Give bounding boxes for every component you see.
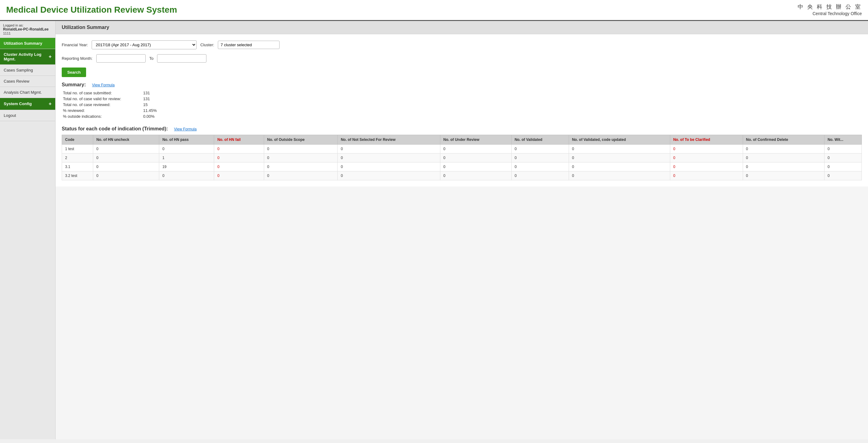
cell-not_selected: 0 xyxy=(338,153,440,162)
stat-row: % reviewed: 11.45% xyxy=(63,108,862,113)
sidebar-item-analysis-chart[interactable]: Analysis Chart Mgmt. xyxy=(0,87,55,98)
cell-validated_code_updated: 0 xyxy=(569,171,670,180)
cell-code: 1 test xyxy=(62,144,93,153)
app-title: Medical Device Utilization Review System xyxy=(6,5,177,15)
app-header: Medical Device Utilization Review System… xyxy=(0,0,868,21)
reporting-month-label: Reporting Month: xyxy=(62,56,93,61)
table-row: 201000000000 xyxy=(62,153,862,162)
stat-value: 11.45% xyxy=(143,108,157,113)
cell-withdrawn: 0 xyxy=(824,162,862,171)
stat-row: % outside indications: 0.00% xyxy=(63,114,862,119)
col-hn_fail: No. of HN fail xyxy=(214,135,264,144)
username: RonaldLee-PC-RonaldLee xyxy=(3,27,52,31)
cell-under_review: 0 xyxy=(440,153,511,162)
stat-label: Total no. of case reviewed: xyxy=(63,102,143,107)
sidebar-item-label: Cases Sampling xyxy=(4,68,33,72)
cell-outside_scope: 0 xyxy=(264,171,338,180)
cell-outside_scope: 0 xyxy=(264,144,338,153)
sidebar-item-label: Utilization Summary xyxy=(4,41,42,46)
col-not_selected: No. of Not Selected For Review xyxy=(338,135,440,144)
table-row: 3.1019000000000 xyxy=(62,162,862,171)
stat-label: % reviewed: xyxy=(63,108,143,113)
user-info: Logged in as: RonaldLee-PC-RonaldLee 111… xyxy=(0,21,55,38)
cell-under_review: 0 xyxy=(440,171,511,180)
cell-validated: 0 xyxy=(511,162,569,171)
sidebar-item-cases-sampling[interactable]: Cases Sampling xyxy=(0,65,55,76)
col-under_review: No. of Under Review xyxy=(440,135,511,144)
cell-hn_pass: 1 xyxy=(159,153,214,162)
financial-year-select[interactable]: 2017/18 (Apr 2017 - Aug 2017) xyxy=(92,40,196,49)
cell-hn_pass: 19 xyxy=(159,162,214,171)
user-id: 1111 xyxy=(3,31,52,35)
content-area: Financial Year: 2017/18 (Apr 2017 - Aug … xyxy=(56,34,868,186)
col-outside_scope: No. of Outside Scope xyxy=(264,135,338,144)
cell-validated_code_updated: 0 xyxy=(569,162,670,171)
cell-hn_uncheck: 0 xyxy=(93,153,159,162)
cell-hn_fail: 0 xyxy=(214,162,264,171)
indication-view-formula[interactable]: View Formula xyxy=(174,127,196,131)
cell-code: 3.2 test xyxy=(62,171,93,180)
sidebar-item-logout[interactable]: Logout xyxy=(0,110,55,121)
cell-code: 2 xyxy=(62,153,93,162)
sidebar-plus-icon: + xyxy=(49,54,52,60)
org-chinese: 中 央 科 技 辦 公 室 xyxy=(798,3,862,11)
cell-confirmed_delete: 0 xyxy=(743,144,824,153)
col-validated_code_updated: No. of Validated, code updated xyxy=(569,135,670,144)
logged-in-label: Logged in as: xyxy=(3,24,52,27)
cell-validated_code_updated: 0 xyxy=(569,144,670,153)
cell-withdrawn: 0 xyxy=(824,144,862,153)
indication-title: Status for each code of indication (Trim… xyxy=(62,126,168,132)
stat-row: Total no. of case submitted: 131 xyxy=(63,91,862,95)
reporting-month-to[interactable] xyxy=(157,54,207,63)
table-body: 1 test000000000002010000000003.101900000… xyxy=(62,144,862,180)
cell-under_review: 0 xyxy=(440,162,511,171)
cluster-label: Cluster: xyxy=(200,42,214,47)
summary-view-formula[interactable]: View Formula xyxy=(92,83,115,87)
sidebar-item-label: Cases Review xyxy=(4,79,29,83)
financial-year-label: Financial Year: xyxy=(62,42,88,47)
cell-to_be_clarified: 0 xyxy=(670,144,743,153)
summary-title: Summary: xyxy=(62,82,86,88)
sidebar-item-cases-review[interactable]: Cases Review xyxy=(0,76,55,87)
cell-hn_pass: 0 xyxy=(159,171,214,180)
table-header: CodeNo. of HN uncheckNo. of HN passNo. o… xyxy=(62,135,862,144)
cell-hn_uncheck: 0 xyxy=(93,162,159,171)
table-row: 1 test00000000000 xyxy=(62,144,862,153)
cell-outside_scope: 0 xyxy=(264,153,338,162)
cluster-input[interactable] xyxy=(218,41,280,49)
summary-section-title: Summary: View Formula xyxy=(62,82,862,88)
stat-label: Total no. of case submitted: xyxy=(63,91,143,95)
cell-not_selected: 0 xyxy=(338,162,440,171)
sidebar-item-cluster-activity[interactable]: Cluster Activity Log Mgmt.+ xyxy=(0,49,55,65)
sidebar-item-utilization-summary[interactable]: Utilization Summary xyxy=(0,38,55,49)
sidebar-plus-icon: + xyxy=(49,101,52,107)
to-label: To xyxy=(149,56,154,61)
cell-confirmed_delete: 0 xyxy=(743,153,824,162)
stat-value: 0.00% xyxy=(143,114,155,119)
main-content: Utilization Summary Financial Year: 2017… xyxy=(56,21,868,439)
col-code: Code xyxy=(62,135,93,144)
main-layout: Logged in as: RonaldLee-PC-RonaldLee 111… xyxy=(0,21,868,439)
sidebar-item-system-config[interactable]: System Config+ xyxy=(0,98,55,110)
filter-row-1: Financial Year: 2017/18 (Apr 2017 - Aug … xyxy=(62,40,862,49)
cell-hn_uncheck: 0 xyxy=(93,171,159,180)
cell-hn_fail: 0 xyxy=(214,153,264,162)
cell-not_selected: 0 xyxy=(338,171,440,180)
cell-to_be_clarified: 0 xyxy=(670,162,743,171)
org-info: 中 央 科 技 辦 公 室 Central Technology Office xyxy=(798,3,862,17)
page-title: Utilization Summary xyxy=(56,21,868,34)
cell-code: 3.1 xyxy=(62,162,93,171)
reporting-month-from[interactable] xyxy=(96,54,146,63)
sidebar-nav: Utilization SummaryCluster Activity Log … xyxy=(0,38,55,121)
col-withdrawn: No. Wit... xyxy=(824,135,862,144)
cell-validated: 0 xyxy=(511,144,569,153)
col-hn_uncheck: No. of HN uncheck xyxy=(93,135,159,144)
cell-withdrawn: 0 xyxy=(824,171,862,180)
search-button[interactable]: Search xyxy=(62,68,86,77)
cell-under_review: 0 xyxy=(440,144,511,153)
stat-value: 131 xyxy=(143,97,150,101)
summary-stats: Total no. of case submitted: 131Total no… xyxy=(62,91,862,119)
cell-to_be_clarified: 0 xyxy=(670,153,743,162)
stat-row: Total no. of case valid for review: 131 xyxy=(63,97,862,101)
cell-hn_fail: 0 xyxy=(214,144,264,153)
